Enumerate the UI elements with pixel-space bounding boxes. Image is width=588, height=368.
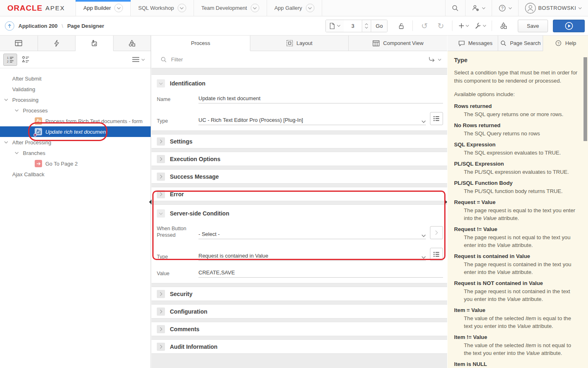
page-number-input[interactable]: [344, 20, 362, 32]
tree-expand-icon[interactable]: [15, 109, 20, 112]
section-header[interactable]: Comments: [151, 322, 447, 336]
section-header[interactable]: Security: [151, 287, 447, 301]
section-server-side-condition: Server-side Condition When Button Presse…: [151, 204, 447, 283]
expand-section-icon[interactable]: [157, 290, 165, 298]
field-label: Name: [157, 96, 198, 103]
section-header[interactable]: Settings: [151, 135, 447, 148]
center-tab-layout[interactable]: Layout: [250, 36, 349, 51]
condition-value-input[interactable]: [198, 269, 443, 276]
run-page-button[interactable]: [553, 20, 585, 32]
chevron-down-icon[interactable]: [178, 4, 186, 12]
utilities-menu-button[interactable]: [473, 20, 487, 32]
save-button[interactable]: Save: [518, 20, 548, 32]
user-gear-icon: [472, 4, 480, 12]
expand-section-icon[interactable]: [157, 173, 165, 181]
right-tab-help[interactable]: ? Help: [543, 36, 588, 51]
user-menu-button[interactable]: BOSTROWSKI: [518, 0, 588, 16]
nav-tab-label: App Builder: [83, 5, 111, 11]
type-select[interactable]: UC - Rich Text Editor Pro (Process) [Plu…: [198, 117, 426, 125]
collapse-section-icon[interactable]: [157, 79, 165, 88]
section-title: Configuration: [170, 308, 207, 315]
help-scrollbar[interactable]: [584, 57, 587, 141]
tree-item-branches[interactable]: Branches: [0, 148, 151, 158]
component-type-toggle[interactable]: [19, 54, 33, 66]
section-header[interactable]: Error: [151, 187, 447, 201]
filter-input[interactable]: [171, 56, 428, 63]
go-up-icon[interactable]: [5, 21, 14, 31]
section-header[interactable]: Audit Information: [151, 340, 447, 353]
right-tab-messages[interactable]: Messages: [453, 36, 498, 51]
page-number-stepper[interactable]: [362, 20, 371, 32]
tree-item-after-processing[interactable]: After Processing: [0, 137, 151, 148]
global-search-button[interactable]: [445, 0, 465, 16]
chevron-down-icon: [482, 7, 486, 9]
tree-expand-icon[interactable]: [4, 141, 9, 144]
page-lock-button[interactable]: [394, 20, 408, 32]
username-label: BOSTROWSKI: [538, 5, 576, 11]
tree-menu-button[interactable]: [132, 57, 147, 62]
go-to-selection-button[interactable]: [428, 56, 441, 63]
redo-button[interactable]: ↻: [434, 20, 448, 32]
help-panel: Messages Page Search? Help Type Select a…: [448, 36, 588, 368]
left-tab-rendering[interactable]: [0, 36, 38, 51]
shared-components-button[interactable]: [497, 20, 510, 32]
expand-section-icon[interactable]: [157, 325, 165, 333]
tree-item-go-to-page-2[interactable]: Go To Page 2: [0, 158, 151, 169]
tree-item-validating[interactable]: Validating: [0, 84, 151, 94]
tree-expand-icon[interactable]: [15, 152, 20, 154]
tree-item-after-submit[interactable]: After Submit: [0, 73, 151, 84]
tree-item-processing[interactable]: Processing: [0, 94, 151, 105]
tree-item-processes[interactable]: Processes: [0, 105, 151, 116]
help-option-term: Item = Value: [454, 307, 580, 313]
breadcrumb-application[interactable]: Application 200: [18, 23, 58, 29]
condition-type-list-button[interactable]: [430, 248, 443, 261]
shared-components-icon: [128, 40, 136, 47]
section-header[interactable]: Execution Options: [151, 152, 447, 166]
section-header[interactable]: Configuration: [151, 305, 447, 318]
when-button-select[interactable]: - Select -: [198, 231, 426, 239]
nav-tab-sql-workshop[interactable]: SQL Workshop: [131, 0, 194, 16]
name-input[interactable]: [198, 95, 443, 101]
go-to-button-button[interactable]: [430, 226, 443, 239]
type-list-button[interactable]: [430, 112, 443, 125]
help-menu-button[interactable]: ?: [492, 0, 518, 16]
type-select-value: UC - Rich Text Editor Pro (Process) [Plu…: [198, 117, 418, 123]
right-tab-page-search[interactable]: Page Search: [498, 36, 543, 51]
tree-expand-icon[interactable]: [4, 99, 9, 101]
center-tab-process[interactable]: Process: [151, 36, 250, 51]
go-button[interactable]: Go: [371, 20, 387, 32]
expand-section-icon[interactable]: [157, 190, 165, 198]
nav-tab-app-builder[interactable]: App Builder: [76, 0, 131, 16]
nav-tab-team-development[interactable]: Team Development: [194, 0, 267, 16]
expand-section-icon[interactable]: [157, 307, 165, 316]
condition-type-select[interactable]: Request is contained in Value: [198, 253, 426, 261]
collapse-section-icon[interactable]: [157, 209, 165, 218]
dynamic-actions-icon: [53, 40, 60, 47]
undo-button[interactable]: ↺: [417, 20, 431, 32]
left-tab-processing[interactable]: [76, 36, 114, 51]
expand-section-icon[interactable]: [157, 137, 165, 146]
processing-order-toggle[interactable]: 12: [3, 54, 17, 66]
expand-section-icon[interactable]: [157, 155, 165, 163]
splitter-collapse-right-icon[interactable]: [445, 200, 447, 204]
left-tab-dynamic-actions[interactable]: [38, 36, 76, 51]
chevron-down-icon[interactable]: [306, 4, 314, 12]
chevron-down-icon: [421, 256, 426, 259]
tree-item-process-form-rich-text-documents-form[interactable]: Process form Rich Text documents - form: [0, 116, 151, 126]
page-finder-button[interactable]: [326, 20, 344, 32]
splitter-collapse-left-icon[interactable]: [149, 200, 151, 204]
chevron-down-icon[interactable]: [251, 4, 259, 12]
center-tab-component-view[interactable]: Component View: [349, 36, 447, 51]
help-option-description: The SQL query returns one or more rows.: [464, 110, 580, 118]
tree-item-ajax-callback[interactable]: Ajax Callback: [0, 169, 151, 180]
chevron-down-icon[interactable]: [114, 4, 123, 12]
tree-item-update-rich-text-document[interactable]: Update rich text document: [0, 126, 151, 137]
nav-tab-app-gallery[interactable]: App Gallery: [267, 0, 322, 16]
section-header[interactable]: Success Message: [151, 170, 447, 183]
section-title: Security: [170, 291, 192, 297]
help-option-term: Request is contained in Value: [454, 253, 580, 259]
create-menu-button[interactable]: [457, 20, 471, 32]
expand-section-icon[interactable]: [157, 343, 165, 351]
left-tab-shared-components[interactable]: [114, 36, 151, 51]
admin-menu-button[interactable]: [465, 0, 492, 16]
